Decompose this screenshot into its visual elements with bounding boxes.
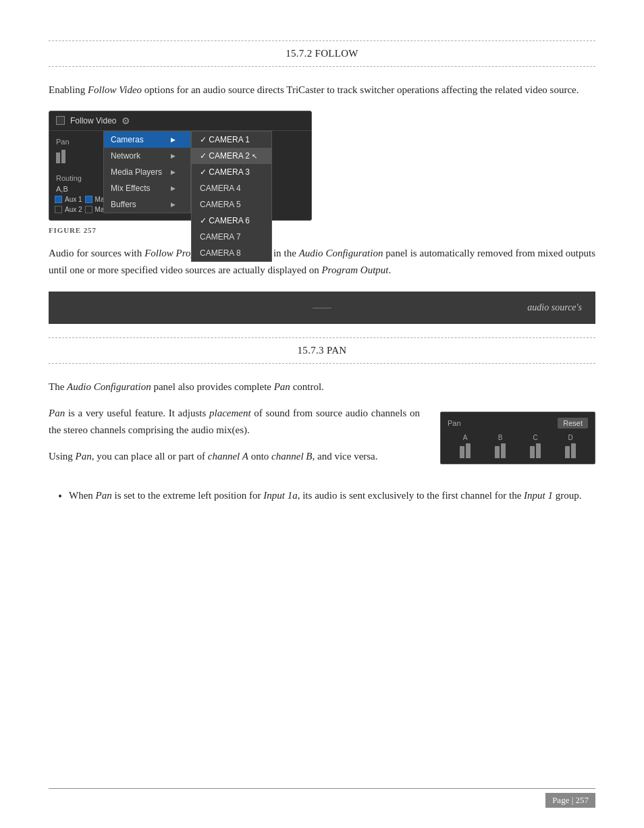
pan-a-bar2 [466, 443, 471, 458]
pan-para3: Using Pan, you can place all or part of … [49, 448, 420, 465]
cameras-arrow: ▶ [171, 136, 176, 143]
submenu-camera2[interactable]: CAMERA 2 ↖ [192, 148, 271, 164]
pan-ui-col: Pan Reset A B [440, 405, 595, 464]
submenu-camera8[interactable]: CAMERA 8 [192, 245, 271, 261]
ui-top-bar: Follow Video ⚙ [49, 111, 311, 131]
pan-channel-a: A [460, 434, 471, 458]
menu-mediaplayers-label: Media Players [111, 167, 162, 177]
dark-bar-text: audio source's [527, 302, 582, 312]
dropdown-menu[interactable]: Cameras ▶ Network ▶ Media Players ▶ Mix … [103, 131, 191, 213]
figure-caption-257: FIGURE 257 [49, 226, 595, 234]
pan-d-bar1 [565, 446, 570, 458]
pan-b-bar2 [501, 443, 506, 458]
ui-body: Pan Routing A,B Aux 1 Master 1 [49, 131, 311, 220]
em-program-output: Program Output [321, 265, 388, 275]
pan-channel-d: D [565, 434, 576, 458]
aux1-label: Aux 1 [65, 196, 82, 203]
follow-video-label: Follow Video [70, 116, 116, 126]
menu-buffers-label: Buffers [111, 200, 136, 209]
section-1572-para2: Audio for sources with Follow Program vi… [49, 245, 595, 279]
pan-ch-b-label: B [498, 434, 503, 441]
pan-bar-2 [61, 150, 65, 163]
em-audio-config-2: Audio Configuration [67, 381, 151, 392]
menu-item-mixeffects[interactable]: Mix Effects ▶ [104, 180, 190, 196]
em-input-1: Input 1 [524, 490, 553, 501]
em-channel-b: channel B [271, 451, 312, 462]
pan-channel-c: C [530, 434, 541, 458]
section-heading-1573: 15.7.3 PAN [49, 337, 595, 364]
section-title-1572: 15.7.2 FOLLOW [286, 48, 358, 59]
page-footer: Page | 257 [0, 788, 644, 808]
master1-checkbox[interactable] [85, 196, 92, 203]
pan-ch-d-label: D [568, 434, 572, 441]
menu-item-buffers[interactable]: Buffers ▶ [104, 196, 190, 213]
pan-bars [56, 150, 65, 163]
network-arrow: ▶ [171, 153, 176, 159]
master2-checkbox[interactable] [85, 206, 92, 213]
em-follow-video: Follow Video [88, 84, 142, 95]
pan-widget-header: Pan Reset [448, 418, 588, 429]
submenu-camera5[interactable]: CAMERA 5 [192, 196, 271, 213]
em-pan-2: Pan [49, 408, 65, 418]
page-content: 15.7.2 FOLLOW Enabling Follow Video opti… [0, 0, 644, 563]
figure-257-container: Follow Video ⚙ Pan Routing A,B [49, 111, 595, 234]
mediaplayers-arrow: ▶ [171, 169, 176, 175]
pan-channel-b: B [495, 434, 506, 458]
menu-item-mediaplayers[interactable]: Media Players ▶ [104, 164, 190, 180]
section-heading-1572: 15.7.2 FOLLOW [49, 40, 595, 67]
pan-ch-b-bars [495, 443, 506, 458]
menu-mixeffects-label: Mix Effects [111, 184, 150, 193]
pan-ch-a-bars [460, 443, 471, 458]
buffers-arrow: ▶ [171, 201, 176, 208]
em-pan-3: Pan [76, 451, 92, 462]
em-input-1a: Input 1a [263, 490, 297, 501]
submenu-camera7[interactable]: CAMERA 7 [192, 229, 271, 245]
pan-widget-label: Pan [448, 419, 461, 427]
pan-widget: Pan Reset A B [440, 412, 595, 464]
pan-channels: A B [448, 434, 588, 458]
submenu-camera4[interactable]: CAMERA 4 [192, 180, 271, 196]
aux2-checkbox[interactable] [55, 206, 62, 213]
gear-icon[interactable]: ⚙ [122, 115, 130, 126]
pan-a-bar1 [460, 446, 464, 458]
pan-c-bar1 [530, 446, 535, 458]
section-1573-para1: The Audio Configuration panel also provi… [49, 379, 595, 395]
pan-bar-1 [56, 153, 60, 163]
follow-video-checkbox[interactable] [56, 116, 65, 125]
ui-screenshot: Follow Video ⚙ Pan Routing A,B [49, 111, 312, 221]
dash-divider: —— [313, 302, 331, 313]
em-placement: placement [209, 408, 251, 418]
menu-network-label: Network [111, 151, 140, 161]
section-1572-para1: Enabling Follow Video options for an aud… [49, 82, 595, 99]
menu-cameras-label: Cameras [111, 135, 144, 144]
mixeffects-arrow: ▶ [171, 185, 176, 192]
submenu-cameras[interactable]: CAMERA 1 CAMERA 2 ↖ CAMERA 3 CAMERA 4 CA… [191, 131, 272, 262]
pan-reset-button[interactable]: Reset [558, 418, 588, 429]
submenu-camera1[interactable]: CAMERA 1 [192, 132, 271, 148]
footer-page-number: Page | 257 [0, 789, 644, 808]
bullet-list: When Pan is set to the extreme left posi… [69, 487, 595, 504]
menu-item-cameras[interactable]: Cameras ▶ [104, 132, 190, 148]
aux2-label: Aux 2 [65, 206, 82, 213]
pan-ch-d-bars [565, 443, 576, 458]
pan-section: Pan is a very useful feature. It adjusts… [49, 405, 595, 474]
bullet-item-1: When Pan is set to the extreme left posi… [69, 487, 595, 504]
submenu-camera6[interactable]: CAMERA 6 [192, 213, 271, 229]
em-pan: Pan [274, 381, 290, 392]
pan-ch-c-bars [530, 443, 541, 458]
page-badge: Page | 257 [545, 793, 595, 808]
em-pan-bullet: Pan [96, 490, 112, 501]
pan-b-bar1 [495, 446, 500, 458]
dark-info-bar: —— audio source's [49, 292, 595, 324]
menu-item-network[interactable]: Network ▶ [104, 148, 190, 164]
em-channel-a: channel A [208, 451, 248, 462]
pan-text-col: Pan is a very useful feature. It adjusts… [49, 405, 420, 474]
pan-ch-c-label: C [533, 434, 537, 441]
aux1-checkbox[interactable] [55, 196, 62, 203]
submenu-camera3[interactable]: CAMERA 3 [192, 164, 271, 180]
cursor-arrow: ↖ [252, 153, 257, 160]
pan-c-bar2 [536, 443, 541, 458]
pan-ch-a-label: A [463, 434, 468, 441]
pan-para2: Pan is a very useful feature. It adjusts… [49, 405, 420, 439]
em-audio-config: Audio Configuration [299, 248, 383, 258]
